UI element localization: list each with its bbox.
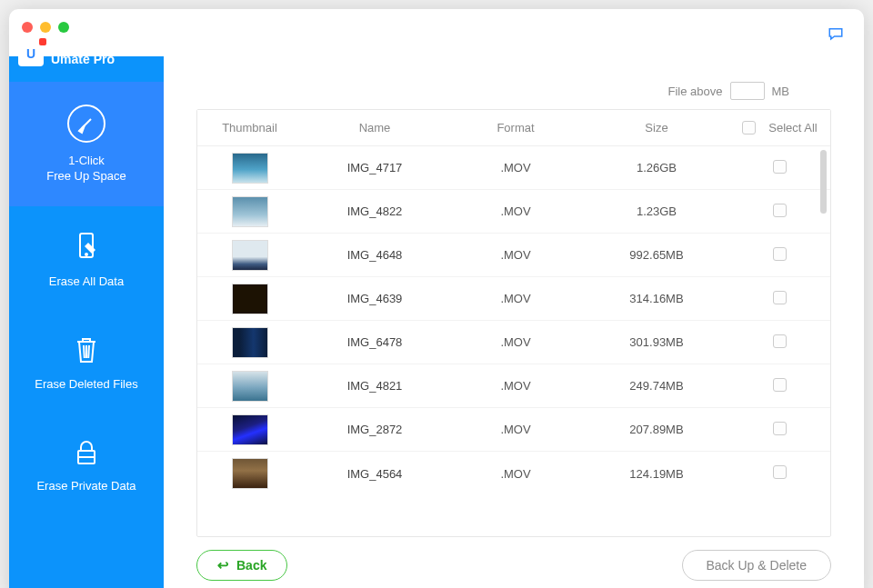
table-row: IMG_6478 .MOV 301.93MB — [197, 321, 830, 364]
cell-name: IMG_2872 — [302, 423, 447, 436]
thumbnail-icon — [232, 458, 268, 489]
svg-line-4 — [84, 345, 85, 358]
thumbnail-icon — [232, 153, 268, 184]
scrollbar[interactable] — [820, 150, 827, 533]
cell-format: .MOV — [447, 248, 584, 262]
sidebar-item-label: 1-Click — [18, 153, 155, 169]
row-checkbox[interactable] — [773, 160, 787, 174]
table-row: IMG_4564 .MOV 124.19MB — [197, 452, 830, 495]
row-checkbox[interactable] — [773, 465, 787, 479]
sidebar-item-label: Free Up Space — [18, 168, 155, 184]
table-body: IMG_4717 .MOV 1.26GB IMG_4822 .MOV 1.23G… — [197, 146, 830, 495]
app-window: U iMyfone Umate Pro 1-Click Free Up Spac… — [9, 9, 864, 588]
sidebar: U iMyfone Umate Pro 1-Click Free Up Spac… — [9, 56, 164, 588]
cell-name: IMG_4821 — [302, 379, 447, 393]
main-content: File above MB Thumbnail Name Format Size… — [164, 56, 864, 588]
back-button[interactable]: ↩ Back — [196, 550, 287, 581]
cell-format: .MOV — [447, 467, 584, 481]
svg-point-3 — [85, 254, 87, 255]
row-checkbox[interactable] — [773, 204, 787, 217]
logo-icon: U — [18, 41, 44, 66]
sidebar-item-erase-private-data[interactable]: Erase Private Data — [9, 414, 164, 516]
cell-size: 314.16MB — [584, 292, 729, 305]
svg-line-6 — [88, 345, 89, 358]
col-format: Format — [447, 121, 584, 135]
window-controls — [22, 22, 69, 33]
col-name: Name — [302, 121, 447, 135]
cell-name: IMG_4822 — [302, 204, 447, 218]
col-size: Size — [584, 121, 729, 135]
col-select-all: Select All — [768, 121, 817, 135]
table-row: IMG_4648 .MOV 992.65MB — [197, 234, 830, 277]
sidebar-item-erase-all-data[interactable]: Erase All Data — [9, 206, 164, 312]
minimize-icon[interactable] — [40, 22, 51, 33]
row-checkbox[interactable] — [773, 422, 787, 435]
row-checkbox[interactable] — [773, 378, 787, 392]
table-row: IMG_4717 .MOV 1.26GB — [197, 146, 830, 190]
filter-unit: MB — [772, 85, 790, 98]
feedback-icon[interactable] — [828, 25, 844, 46]
sidebar-item-label: Erase Private Data — [18, 478, 155, 494]
back-button-label: Back — [236, 558, 266, 573]
filter-label: File above — [668, 85, 723, 98]
cell-name: IMG_6478 — [302, 335, 447, 349]
cell-format: .MOV — [447, 292, 584, 305]
close-icon[interactable] — [22, 22, 33, 33]
lock-icon — [18, 436, 155, 469]
thumbnail-icon — [232, 196, 268, 227]
thumbnail-icon — [232, 371, 268, 402]
cell-format: .MOV — [447, 379, 584, 393]
sidebar-item-free-up-space[interactable]: 1-Click Free Up Space — [9, 82, 164, 206]
sidebar-item-label: Erase Deleted Files — [18, 376, 155, 393]
cell-name: IMG_4717 — [302, 161, 447, 174]
row-checkbox[interactable] — [773, 334, 787, 348]
thumbnail-icon — [232, 414, 268, 445]
cell-size: 992.65MB — [584, 248, 729, 262]
table-header: Thumbnail Name Format Size Select All — [197, 110, 830, 146]
scroll-thumb[interactable] — [820, 150, 827, 214]
col-thumbnail: Thumbnail — [197, 121, 302, 135]
cell-size: 124.19MB — [584, 467, 729, 481]
broom-icon — [18, 104, 155, 144]
table-row: IMG_2872 .MOV 207.89MB — [197, 408, 830, 452]
cell-size: 249.74MB — [584, 379, 729, 393]
cell-format: .MOV — [447, 204, 584, 218]
thumbnail-icon — [232, 327, 268, 358]
table-row: IMG_4822 .MOV 1.23GB — [197, 190, 830, 234]
cell-size: 301.93MB — [584, 335, 729, 349]
select-all-checkbox[interactable] — [742, 121, 756, 135]
back-arrow-icon: ↩ — [217, 557, 229, 573]
phone-erase-icon — [18, 228, 155, 264]
file-table: Thumbnail Name Format Size Select All IM… — [196, 109, 831, 537]
cell-name: IMG_4564 — [302, 467, 447, 481]
table-row: IMG_4821 .MOV 249.74MB — [197, 364, 830, 408]
row-checkbox[interactable] — [773, 247, 787, 261]
cell-size: 207.89MB — [584, 423, 729, 436]
sidebar-item-erase-deleted-files[interactable]: Erase Deleted Files — [9, 311, 164, 414]
backup-delete-label: Back Up & Delete — [707, 558, 808, 573]
thumbnail-icon — [232, 240, 268, 271]
sidebar-item-label: Erase All Data — [18, 274, 155, 290]
backup-delete-button[interactable]: Back Up & Delete — [682, 550, 832, 581]
footer-actions: ↩ Back Back Up & Delete — [196, 537, 831, 581]
thumbnail-icon — [232, 284, 268, 314]
row-checkbox[interactable] — [773, 291, 787, 304]
cell-size: 1.23GB — [584, 204, 729, 218]
titlebar — [9, 9, 864, 56]
cell-size: 1.26GB — [584, 161, 729, 174]
table-row: IMG_4639 .MOV 314.16MB — [197, 277, 830, 321]
cell-name: IMG_4639 — [302, 292, 447, 305]
cell-format: .MOV — [447, 335, 584, 349]
cell-name: IMG_4648 — [302, 248, 447, 262]
cell-format: .MOV — [447, 423, 584, 436]
trash-icon — [18, 333, 155, 367]
maximize-icon[interactable] — [58, 22, 69, 33]
cell-format: .MOV — [447, 161, 584, 174]
file-size-input[interactable] — [730, 82, 765, 100]
file-size-filter: File above MB — [196, 82, 831, 100]
